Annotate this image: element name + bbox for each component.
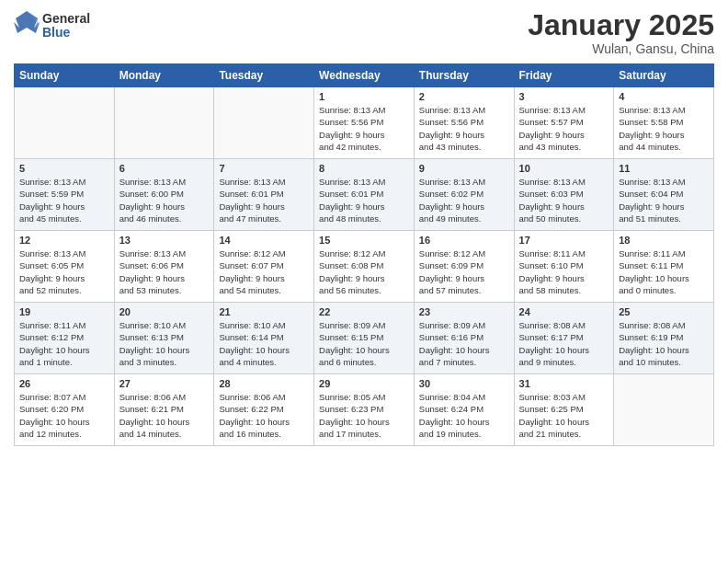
day-cell-17: 17Sunrise: 8:11 AM Sunset: 6:10 PM Dayli… xyxy=(514,231,614,303)
day-number: 17 xyxy=(519,235,609,246)
day-info: Sunrise: 8:13 AM Sunset: 6:02 PM Dayligh… xyxy=(419,176,509,224)
day-info: Sunrise: 8:10 AM Sunset: 6:14 PM Dayligh… xyxy=(219,319,309,368)
day-cell-29: 29Sunrise: 8:05 AM Sunset: 6:23 PM Dayli… xyxy=(314,374,415,446)
week-row-5: 26Sunrise: 8:07 AM Sunset: 6:20 PM Dayli… xyxy=(15,374,714,446)
day-info: Sunrise: 8:08 AM Sunset: 6:17 PM Dayligh… xyxy=(519,319,609,368)
month-title: January 2025 xyxy=(528,9,714,41)
day-info: Sunrise: 8:12 AM Sunset: 6:09 PM Dayligh… xyxy=(419,247,509,296)
week-row-4: 19Sunrise: 8:11 AM Sunset: 6:12 PM Dayli… xyxy=(15,303,714,374)
day-info: Sunrise: 8:05 AM Sunset: 6:23 PM Dayligh… xyxy=(319,391,409,440)
week-row-1: 1Sunrise: 8:13 AM Sunset: 5:56 PM Daylig… xyxy=(15,87,714,159)
day-number: 20 xyxy=(119,306,210,317)
day-info: Sunrise: 8:13 AM Sunset: 5:57 PM Dayligh… xyxy=(519,104,609,153)
day-info: Sunrise: 8:13 AM Sunset: 5:58 PM Dayligh… xyxy=(619,104,709,153)
day-number: 22 xyxy=(319,306,409,317)
logo-container: General Blue xyxy=(14,9,90,42)
day-cell-27: 27Sunrise: 8:06 AM Sunset: 6:21 PM Dayli… xyxy=(114,374,214,446)
day-number: 1 xyxy=(319,91,409,102)
day-cell-7: 7Sunrise: 8:13 AM Sunset: 6:01 PM Daylig… xyxy=(214,159,314,231)
day-cell-15: 15Sunrise: 8:12 AM Sunset: 6:08 PM Dayli… xyxy=(314,231,415,303)
day-info: Sunrise: 8:13 AM Sunset: 6:06 PM Dayligh… xyxy=(119,247,210,296)
day-cell-20: 20Sunrise: 8:10 AM Sunset: 6:13 PM Dayli… xyxy=(114,303,214,374)
day-number: 28 xyxy=(219,378,309,389)
day-info: Sunrise: 8:10 AM Sunset: 6:13 PM Dayligh… xyxy=(119,319,210,368)
empty-cell xyxy=(214,87,314,159)
svg-marker-0 xyxy=(14,11,40,33)
logo-general: General xyxy=(42,12,90,26)
day-cell-10: 10Sunrise: 8:13 AM Sunset: 6:03 PM Dayli… xyxy=(514,159,614,231)
day-cell-12: 12Sunrise: 8:13 AM Sunset: 6:05 PM Dayli… xyxy=(15,231,115,303)
day-cell-18: 18Sunrise: 8:11 AM Sunset: 6:11 PM Dayli… xyxy=(614,231,714,303)
day-number: 19 xyxy=(19,306,109,317)
day-info: Sunrise: 8:03 AM Sunset: 6:25 PM Dayligh… xyxy=(519,391,609,440)
day-number: 4 xyxy=(619,91,709,102)
day-cell-31: 31Sunrise: 8:03 AM Sunset: 6:25 PM Dayli… xyxy=(514,374,614,446)
day-cell-24: 24Sunrise: 8:08 AM Sunset: 6:17 PM Dayli… xyxy=(514,303,614,374)
day-cell-3: 3Sunrise: 8:13 AM Sunset: 5:57 PM Daylig… xyxy=(514,87,614,159)
day-number: 25 xyxy=(619,306,709,317)
day-cell-13: 13Sunrise: 8:13 AM Sunset: 6:06 PM Dayli… xyxy=(114,231,214,303)
day-number: 16 xyxy=(419,235,509,246)
day-info: Sunrise: 8:13 AM Sunset: 6:00 PM Dayligh… xyxy=(119,176,210,224)
day-info: Sunrise: 8:13 AM Sunset: 6:01 PM Dayligh… xyxy=(319,176,409,224)
day-cell-14: 14Sunrise: 8:12 AM Sunset: 6:07 PM Dayli… xyxy=(214,231,314,303)
day-number: 27 xyxy=(119,378,210,389)
day-number: 24 xyxy=(519,306,609,317)
location-subtitle: Wulan, Gansu, China xyxy=(528,41,714,56)
day-number: 9 xyxy=(419,163,509,174)
day-info: Sunrise: 8:11 AM Sunset: 6:11 PM Dayligh… xyxy=(619,247,709,296)
weekday-header-sunday: Sunday xyxy=(15,64,115,87)
day-info: Sunrise: 8:06 AM Sunset: 6:22 PM Dayligh… xyxy=(219,391,309,440)
day-cell-16: 16Sunrise: 8:12 AM Sunset: 6:09 PM Dayli… xyxy=(414,231,514,303)
empty-cell xyxy=(614,374,714,446)
logo-bird-icon xyxy=(14,9,40,42)
page: General Blue January 2025 Wulan, Gansu, … xyxy=(0,0,728,563)
day-number: 15 xyxy=(319,235,409,246)
day-number: 6 xyxy=(119,163,210,174)
logo-text: General Blue xyxy=(42,12,90,40)
day-info: Sunrise: 8:13 AM Sunset: 6:01 PM Dayligh… xyxy=(219,176,309,224)
day-cell-8: 8Sunrise: 8:13 AM Sunset: 6:01 PM Daylig… xyxy=(314,159,415,231)
calendar-table: SundayMondayTuesdayWednesdayThursdayFrid… xyxy=(14,63,714,446)
day-info: Sunrise: 8:13 AM Sunset: 5:56 PM Dayligh… xyxy=(319,104,409,153)
day-number: 26 xyxy=(19,378,109,389)
empty-cell xyxy=(114,87,214,159)
day-cell-1: 1Sunrise: 8:13 AM Sunset: 5:56 PM Daylig… xyxy=(314,87,415,159)
logo-blue: Blue xyxy=(42,26,90,40)
day-cell-25: 25Sunrise: 8:08 AM Sunset: 6:19 PM Dayli… xyxy=(614,303,714,374)
day-cell-5: 5Sunrise: 8:13 AM Sunset: 5:59 PM Daylig… xyxy=(15,159,115,231)
day-cell-30: 30Sunrise: 8:04 AM Sunset: 6:24 PM Dayli… xyxy=(414,374,514,446)
day-cell-22: 22Sunrise: 8:09 AM Sunset: 6:15 PM Dayli… xyxy=(314,303,415,374)
day-number: 7 xyxy=(219,163,309,174)
day-info: Sunrise: 8:11 AM Sunset: 6:12 PM Dayligh… xyxy=(19,319,109,368)
day-number: 21 xyxy=(219,306,309,317)
day-cell-26: 26Sunrise: 8:07 AM Sunset: 6:20 PM Dayli… xyxy=(15,374,115,446)
day-number: 12 xyxy=(19,235,109,246)
day-cell-9: 9Sunrise: 8:13 AM Sunset: 6:02 PM Daylig… xyxy=(414,159,514,231)
day-cell-4: 4Sunrise: 8:13 AM Sunset: 5:58 PM Daylig… xyxy=(614,87,714,159)
day-number: 3 xyxy=(519,91,609,102)
week-row-3: 12Sunrise: 8:13 AM Sunset: 6:05 PM Dayli… xyxy=(15,231,714,303)
day-number: 18 xyxy=(619,235,709,246)
weekday-header-tuesday: Tuesday xyxy=(214,64,314,87)
day-info: Sunrise: 8:12 AM Sunset: 6:08 PM Dayligh… xyxy=(319,247,409,296)
day-number: 14 xyxy=(219,235,309,246)
day-cell-6: 6Sunrise: 8:13 AM Sunset: 6:00 PM Daylig… xyxy=(114,159,214,231)
day-number: 31 xyxy=(519,378,609,389)
day-info: Sunrise: 8:06 AM Sunset: 6:21 PM Dayligh… xyxy=(119,391,210,440)
day-number: 30 xyxy=(419,378,509,389)
day-cell-19: 19Sunrise: 8:11 AM Sunset: 6:12 PM Dayli… xyxy=(15,303,115,374)
day-info: Sunrise: 8:13 AM Sunset: 5:59 PM Dayligh… xyxy=(19,176,109,224)
day-cell-21: 21Sunrise: 8:10 AM Sunset: 6:14 PM Dayli… xyxy=(214,303,314,374)
weekday-header-monday: Monday xyxy=(114,64,214,87)
weekday-header-wednesday: Wednesday xyxy=(314,64,415,87)
day-number: 10 xyxy=(519,163,609,174)
day-cell-11: 11Sunrise: 8:13 AM Sunset: 6:04 PM Dayli… xyxy=(614,159,714,231)
day-info: Sunrise: 8:09 AM Sunset: 6:16 PM Dayligh… xyxy=(419,319,509,368)
weekday-header-saturday: Saturday xyxy=(614,64,714,87)
day-cell-2: 2Sunrise: 8:13 AM Sunset: 5:56 PM Daylig… xyxy=(414,87,514,159)
day-cell-23: 23Sunrise: 8:09 AM Sunset: 6:16 PM Dayli… xyxy=(414,303,514,374)
weekday-header-row: SundayMondayTuesdayWednesdayThursdayFrid… xyxy=(15,64,714,87)
week-row-2: 5Sunrise: 8:13 AM Sunset: 5:59 PM Daylig… xyxy=(15,159,714,231)
day-number: 5 xyxy=(19,163,109,174)
